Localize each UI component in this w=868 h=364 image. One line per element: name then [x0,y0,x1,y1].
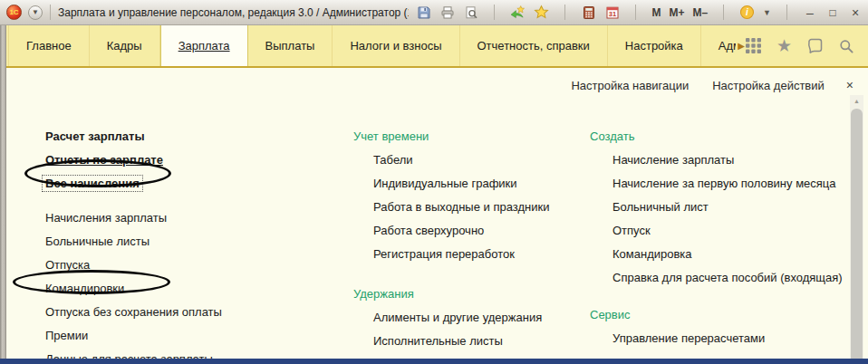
history-icon[interactable] [806,37,824,54]
create-link-spravka-dlya-posobij[interactable]: Справка для расчета пособий (входящая) [590,266,843,290]
divider [494,5,495,20]
tab-vyplaty[interactable]: Выплаты [248,25,333,66]
memory-minus-button[interactable]: M– [692,6,708,19]
nav-link-rabota-sverhurochno[interactable]: Работа сверхурочно [353,219,549,243]
bottom-window-edge [0,359,868,364]
nav-link-bolnichnye-listy[interactable]: Больничные листы [45,230,222,254]
favorites-star-icon[interactable]: ★ [776,37,793,54]
time-tracking-column: Учет времени Табели Индивидуальные графи… [353,125,549,359]
create-link-nachislenie-za-pervuyu-polovinu[interactable]: Начисление за первую половину месяца [590,172,843,196]
titlebar: 1С ▼ Зарплата и управление персоналом, р… [0,0,868,25]
window-title: Зарплата и управление персоналом, редакц… [58,6,409,19]
minimize-button[interactable]: – [803,5,817,20]
calculator-icon[interactable] [581,5,596,20]
search-icon[interactable] [837,37,854,54]
group-gap [45,196,222,206]
nav-link-ispolnitelnye-listy[interactable]: Исполнительные листы [353,330,549,353]
divider [786,5,787,20]
divider [50,5,51,20]
create-link-otpusk[interactable]: Отпуск [590,219,843,243]
nav-link-vse-nachisleniya[interactable]: Все начисления [45,172,222,196]
scrollbar-thumb[interactable] [851,109,863,359]
nav-link-dannye-dlya-rascheta[interactable]: Данные для расчета зарплаты [45,348,222,359]
favorites-icon[interactable] [534,5,549,20]
nav-link-otpuska-bez-oplaty[interactable]: Отпуска без сохранения оплаты [45,301,222,324]
print-preview-icon[interactable] [463,5,478,20]
divider [564,5,565,20]
section-panel: Настройка навигации Настройка действий ×… [6,68,868,359]
nav-link-tabeli[interactable]: Табели [353,148,549,172]
window-left-edge [0,25,6,359]
add-to-favorites-icon[interactable] [510,5,526,20]
print-icon[interactable] [439,5,455,20]
nav-link-premii[interactable]: Премии [45,324,222,348]
save-icon[interactable] [416,5,431,20]
section-header-uchet-vremeni: Учет времени [353,125,549,148]
create-link-bolnichnyj-list[interactable]: Больничный лист [590,196,843,219]
nav-link-komandirovki[interactable]: Командировки [45,277,222,301]
panel-close-icon[interactable]: × [846,78,854,92]
section-tabbar: Главное Кадры Зарплата Выплаты Налоги и … [0,25,868,68]
tabs-overflow-button[interactable]: ▶ [738,25,745,66]
nav-link-raschet-zarplaty[interactable]: Расчет зарплаты [45,125,222,148]
panel-settings-bar: Настройка навигации Настройка действий × [571,78,854,92]
chevron-right-icon: ▶ [738,41,745,51]
nav-link-registratsiya-pererabotok[interactable]: Регистрация переработок [353,243,549,266]
tab-nalogi[interactable]: Налоги и взносы [333,25,459,66]
divider [723,5,724,20]
nav-link-otpuska[interactable]: Отпуска [45,254,222,277]
divider [635,5,636,20]
navigation-settings-link[interactable]: Настройка навигации [571,79,689,92]
nav-link-nachisleniya-zarplaty[interactable]: Начисления зарплаты [45,206,222,230]
tab-glavnoe[interactable]: Главное [8,25,90,66]
create-link-komandirovka[interactable]: Командировка [590,243,843,266]
memory-plus-button[interactable]: M+ [669,6,684,19]
create-link-nachislenie-zarplaty[interactable]: Начисление зарплаты [590,148,843,172]
service-link-upravlenie-pereraschetami[interactable]: Управление перерасчетами [590,327,843,350]
salary-nav-column: Расчет зарплаты Отчеты по зарплате Все н… [45,125,222,359]
1c-logo-icon[interactable]: 1С [6,5,22,20]
section-header-servis: Сервис [590,303,843,327]
svg-text:31: 31 [609,10,616,18]
tab-nastroika[interactable]: Настройка [608,25,701,66]
group-gap [590,290,843,303]
scrollbar-up-icon[interactable]: ▲ [850,95,863,108]
section-header-uderzhaniya: Удержания [353,283,549,306]
tab-zarplata[interactable]: Зарплата [160,25,248,66]
tab-administrirovanie[interactable]: Администрирование [701,25,736,66]
create-column: Создать Начисление зарплаты Начисление з… [590,125,843,350]
all-functions-menu-icon[interactable] [745,37,762,54]
memory-recall-button[interactable]: M [651,6,661,19]
system-menu-button[interactable]: ▼ [28,5,43,20]
app-window: 1С ▼ Зарплата и управление персоналом, р… [0,0,868,364]
nav-link-rabota-v-vyhodnye[interactable]: Работа в выходные и праздники [353,196,549,219]
nav-link-otchety-po-zarplate[interactable]: Отчеты по зарплате [45,148,222,172]
chevron-down-icon: ▼ [32,8,39,16]
tab-kadry[interactable]: Кадры [90,25,160,66]
vertical-scrollbar[interactable]: ▲ [850,95,863,359]
close-button[interactable]: × [848,5,863,20]
chevron-down-icon[interactable]: ▼ [763,8,771,17]
group-gap [353,266,549,283]
nav-link-individualnye-grafiki[interactable]: Индивидуальные графики [353,172,549,196]
info-icon[interactable]: i [739,5,755,20]
svg-text:i: i [746,7,748,17]
section-header-sozdat: Создать [590,125,843,148]
tab-otchetnost[interactable]: Отчетность, справки [460,25,608,66]
nav-link-alimenty[interactable]: Алименты и другие удержания [353,306,549,330]
actions-settings-link[interactable]: Настройка действий [712,79,825,92]
maximize-button[interactable]: □ [825,5,840,20]
calendar-icon[interactable]: 31 [604,5,620,20]
